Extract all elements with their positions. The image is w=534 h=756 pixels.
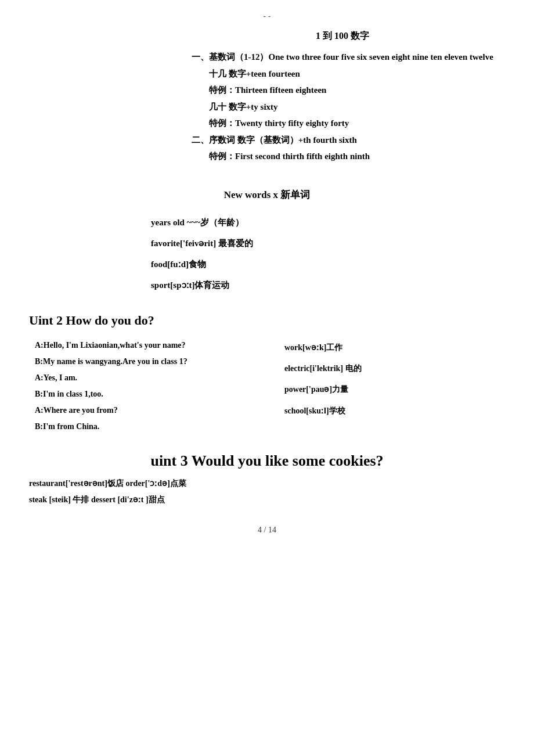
dialogue-line: A:Where are you from? <box>35 402 267 419</box>
numbers-line5: 特例：Twenty thirty fifty eighty forty <box>174 115 511 132</box>
unit3-section: uint 3 Would you like some cookies? rest… <box>23 452 511 508</box>
numbers-line1: 一、基数词（1-12）One two three four five six s… <box>174 49 511 66</box>
unit3-vocab-line1: restaurant['restərənt]饭店 order['ɔːdə]点菜 <box>29 476 511 492</box>
numbers-section: 1 到 100 数字 一、基数词（1-12）One two three four… <box>174 27 511 165</box>
vocab-item: power['pauə]力量 <box>284 379 511 400</box>
dialogue-line: B:My name is wangyang.Are you in class 1… <box>35 354 267 370</box>
dialogue-line: B:I'm in class 1,too. <box>35 386 267 402</box>
new-words-list: years old ~~~岁（年龄） favorite['feivərit] 最… <box>23 212 511 296</box>
vocab-item: electric[i'lektrik] 电的 <box>284 358 511 379</box>
numbers-line3: 特例：Thirteen fifteen eighteen <box>174 82 511 99</box>
numbers-line6: 二、序数词 数字（基数词）+th fourth sixth <box>174 132 511 149</box>
vocab-item: school[skuːl]学校 <box>284 401 511 422</box>
unit3-title: uint 3 Would you like some cookies? <box>23 452 511 470</box>
unit2-vocab: work[wəːk]工作 electric[i'lektrik] 电的 powe… <box>279 337 511 435</box>
page-footer: 4 / 14 <box>23 525 511 535</box>
top-dash: - - <box>23 12 511 21</box>
unit2-body: A:Hello, I'm Lixiaonian,what's your name… <box>23 337 511 435</box>
dialogue-line: A:Yes, I am. <box>35 370 267 386</box>
dialogue-line: A:Hello, I'm Lixiaonian,what's your name… <box>35 337 267 354</box>
new-word-item: food[fuːd]食物 <box>151 254 511 275</box>
dialogue-line: B:I'm from China. <box>35 419 267 435</box>
unit3-vocab: restaurant['restərənt]饭店 order['ɔːdə]点菜 … <box>23 476 511 508</box>
vocab-item: work[wəːk]工作 <box>284 337 511 358</box>
new-word-item: years old ~~~岁（年龄） <box>151 212 511 233</box>
numbers-title: 1 到 100 数字 <box>174 27 511 45</box>
numbers-line7: 特例：First second thirth fifth eighth nint… <box>174 148 511 165</box>
new-word-item: sport[spɔːt]体育运动 <box>151 275 511 296</box>
unit3-vocab-line2: steak [steik] 牛排 dessert [di'zəːt ]甜点 <box>29 492 511 508</box>
numbers-line4: 几十 数字+ty sixty <box>174 99 511 116</box>
unit2-title: Uint 2 How do you do? <box>23 313 511 328</box>
numbers-line2: 十几 数字+teen fourteen <box>174 66 511 82</box>
new-word-item: favorite['feivərit] 最喜爱的 <box>151 233 511 254</box>
unit2-section: Uint 2 How do you do? A:Hello, I'm Lixia… <box>23 313 511 435</box>
new-words-section: New words x 新单词 years old ~~~岁（年龄） favor… <box>23 188 511 296</box>
new-words-title: New words x 新单词 <box>23 188 511 201</box>
unit2-dialogue: A:Hello, I'm Lixiaonian,what's your name… <box>23 337 267 435</box>
